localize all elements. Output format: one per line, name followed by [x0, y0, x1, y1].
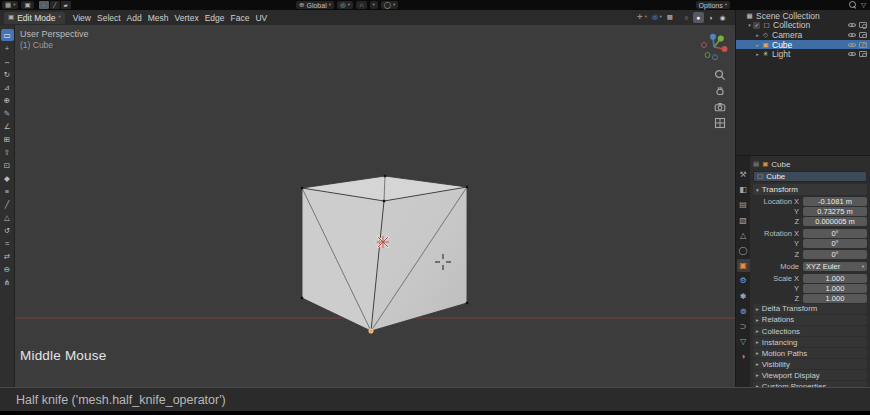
- cursor-tool-icon[interactable]: +: [1, 42, 14, 54]
- menu-view[interactable]: View: [73, 13, 91, 23]
- editor-type-dropdown[interactable]: ▦ ▾: [2, 1, 18, 9]
- material-preview-shading-button[interactable]: ◑: [705, 12, 716, 23]
- render-properties-tab-icon[interactable]: ◧: [737, 183, 750, 196]
- zoom-icon[interactable]: [714, 67, 726, 79]
- section-motion-paths[interactable]: ▸Motion Paths: [753, 348, 867, 358]
- annotate-tool-icon[interactable]: ✎: [1, 107, 14, 119]
- options-dropdown[interactable]: Options ▾: [696, 1, 730, 9]
- section-delta-transform[interactable]: ▸Delta Transform: [753, 304, 867, 314]
- object-properties-tab-icon[interactable]: ▣: [737, 259, 750, 272]
- number-field-z[interactable]: 1.000: [803, 294, 867, 303]
- rotate-tool-icon[interactable]: ↻: [1, 68, 14, 80]
- menu-face[interactable]: Face: [231, 13, 250, 23]
- number-field-rotation-x[interactable]: 0°: [803, 229, 867, 238]
- loop-cut-tool-icon[interactable]: ≡: [1, 185, 14, 197]
- section-collections[interactable]: ▸Collections: [753, 326, 867, 336]
- menu-edge[interactable]: Edge: [205, 13, 225, 23]
- rip-region-tool-icon[interactable]: ⋔: [1, 276, 14, 288]
- add-cube-tool-icon[interactable]: ⊞: [1, 133, 14, 145]
- physics-properties-tab-icon[interactable]: ⊚: [737, 305, 750, 318]
- dropdown-mode[interactable]: XYZ Euler▾: [803, 262, 867, 271]
- hide-in-viewport-eye-icon[interactable]: [848, 21, 856, 29]
- rendered-shading-button[interactable]: ◉: [717, 12, 728, 23]
- outliner-row-scene-collection[interactable]: ▦Scene Collection: [736, 11, 870, 21]
- constraints-properties-tab-icon[interactable]: ⊃: [737, 320, 750, 333]
- view-layer-properties-tab-icon[interactable]: ▧: [737, 214, 750, 227]
- transform-tool-icon[interactable]: ⊕: [1, 94, 14, 106]
- snap-settings-dropdown[interactable]: ▾: [370, 1, 378, 9]
- expander-icon[interactable]: ▸: [754, 32, 761, 38]
- menu-uv[interactable]: UV: [255, 13, 267, 23]
- viewport-3d[interactable]: User Perspective (1) Cube: [15, 25, 735, 387]
- disable-in-renders-camera-icon[interactable]: [859, 32, 867, 38]
- outliner-row-collection[interactable]: ▾✓▢Collection: [736, 21, 870, 31]
- move-tool-icon[interactable]: ↔: [1, 55, 14, 67]
- show-overlays-dropdown[interactable]: ◎ ▾: [652, 14, 662, 21]
- proportional-editing-dropdown[interactable]: ◯ ▾: [381, 1, 399, 9]
- output-properties-tab-icon[interactable]: ▤: [737, 198, 750, 211]
- spin-tool-icon[interactable]: ↺: [1, 224, 14, 236]
- smooth-tool-icon[interactable]: ≈: [1, 237, 14, 249]
- transform-orientation-dropdown[interactable]: ⊕ Global ▾: [296, 1, 334, 9]
- modifier-properties-tab-icon[interactable]: ⚙: [737, 274, 750, 287]
- bevel-tool-icon[interactable]: ◆: [1, 172, 14, 184]
- toggle-xray-button[interactable]: ▩: [667, 14, 673, 21]
- outliner-row-cube[interactable]: ▸▣Cube: [736, 40, 870, 50]
- outliner-row-light[interactable]: ▸✳Light: [736, 49, 870, 59]
- particles-properties-tab-icon[interactable]: ✱: [737, 290, 750, 303]
- expander-icon[interactable]: ▸: [754, 42, 761, 48]
- shrink-fatten-tool-icon[interactable]: ⊖: [1, 263, 14, 275]
- wireframe-shading-button[interactable]: ○: [681, 12, 692, 23]
- section-viewport-display[interactable]: ▸Viewport Display: [753, 370, 867, 380]
- disable-in-renders-camera-icon[interactable]: [859, 51, 867, 57]
- outliner-row-camera[interactable]: ▸◇Camera: [736, 30, 870, 40]
- section-visibility[interactable]: ▸Visibility: [753, 359, 867, 369]
- edge-slide-tool-icon[interactable]: ⇄: [1, 250, 14, 262]
- search-icon[interactable]: [849, 1, 857, 9]
- disable-in-renders-camera-icon[interactable]: [859, 42, 867, 48]
- number-field-z[interactable]: 0.000005 m: [803, 217, 867, 226]
- expander-icon[interactable]: ▾: [746, 22, 753, 28]
- snap-toggle-button[interactable]: ∩: [356, 1, 367, 9]
- tool-tab-icon[interactable]: ⚒: [737, 168, 750, 181]
- object-name-field[interactable]: ▢ Cube: [753, 171, 867, 182]
- pan-hand-icon[interactable]: [714, 83, 726, 95]
- mode-selector-dropdown[interactable]: ▣ Edit Mode ▾: [4, 12, 65, 24]
- world-properties-tab-icon[interactable]: ◯: [737, 244, 750, 257]
- show-gizmo-dropdown[interactable]: ✛ ▾: [637, 14, 647, 21]
- knife-tool-icon[interactable]: ╱: [1, 198, 14, 210]
- filter-funnel-icon[interactable]: ▽: [861, 2, 866, 9]
- edge-select-mode-button[interactable]: ╱: [50, 1, 60, 9]
- object-data-properties-tab-icon[interactable]: ▽: [737, 335, 750, 348]
- menu-vertex[interactable]: Vertex: [175, 13, 199, 23]
- vertex-select-mode-button[interactable]: ∙: [39, 1, 49, 9]
- inset-faces-tool-icon[interactable]: ⊡: [1, 159, 14, 171]
- solid-shading-button[interactable]: ●: [693, 12, 704, 23]
- disable-in-renders-camera-icon[interactable]: [859, 22, 867, 28]
- menu-add[interactable]: Add: [127, 13, 142, 23]
- select-box-tool-icon[interactable]: ▭: [1, 29, 14, 41]
- transform-section-header[interactable]: ▾ Transform: [753, 184, 867, 195]
- hide-in-viewport-eye-icon[interactable]: [848, 31, 856, 39]
- menu-mesh[interactable]: Mesh: [148, 13, 169, 23]
- scene-properties-tab-icon[interactable]: △: [737, 229, 750, 242]
- collection-checkbox[interactable]: ✓: [753, 22, 760, 29]
- number-field-y[interactable]: 0°: [803, 239, 867, 248]
- section-instancing[interactable]: ▸Instancing: [753, 337, 867, 347]
- hide-in-viewport-eye-icon[interactable]: [848, 41, 856, 49]
- menu-select[interactable]: Select: [97, 13, 121, 23]
- number-field-y[interactable]: 1.000: [803, 284, 867, 293]
- scale-tool-icon[interactable]: ⊿: [1, 81, 14, 93]
- extrude-tool-icon[interactable]: ⇧: [1, 146, 14, 158]
- material-properties-tab-icon[interactable]: ◑: [737, 350, 750, 363]
- hide-in-viewport-eye-icon[interactable]: [848, 50, 856, 58]
- number-field-z[interactable]: 0°: [803, 250, 867, 259]
- poly-build-tool-icon[interactable]: △: [1, 211, 14, 223]
- pivot-point-dropdown[interactable]: ◎ ▾: [337, 1, 353, 9]
- interaction-mode-icon-button[interactable]: ▣: [21, 1, 33, 9]
- number-field-scale-x[interactable]: 1.000: [803, 274, 867, 283]
- measure-tool-icon[interactable]: ∠: [1, 120, 14, 132]
- section-relations[interactable]: ▸Relations: [753, 315, 867, 325]
- face-select-mode-button[interactable]: ▰: [61, 1, 71, 9]
- expander-icon[interactable]: ▸: [754, 51, 761, 57]
